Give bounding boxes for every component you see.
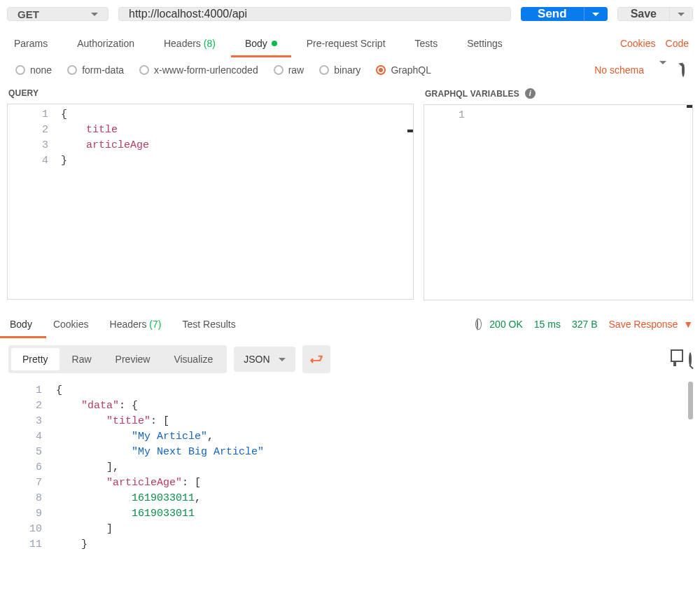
- radio-icon: [376, 65, 386, 75]
- chevron-down-icon: [91, 13, 98, 16]
- body-type-label: raw: [288, 64, 304, 76]
- headers-count: (8): [204, 38, 216, 49]
- save-response-button[interactable]: Save Response ▼: [609, 319, 693, 330]
- copy-icon: [673, 352, 676, 366]
- body-type-formdata[interactable]: form-data: [67, 64, 124, 76]
- save-response-label: Save Response: [609, 319, 678, 330]
- query-gutter: 1234: [8, 104, 55, 299]
- variables-editor[interactable]: 1: [424, 104, 693, 300]
- view-raw[interactable]: Raw: [61, 348, 103, 370]
- body-type-graphql[interactable]: GraphQL: [376, 64, 431, 76]
- response-editor[interactable]: 1234567891011 { "data": { "title": [ "My…: [0, 379, 700, 558]
- tab-body[interactable]: Body: [242, 31, 280, 56]
- response-tab-headers[interactable]: Headers (7): [107, 312, 164, 337]
- vars-gutter: 1: [424, 105, 472, 300]
- network-icon-button[interactable]: [477, 319, 478, 330]
- search-response-button[interactable]: [689, 354, 692, 365]
- refresh-schema-button[interactable]: [682, 64, 685, 76]
- vars-code: [472, 105, 692, 300]
- body-type-label: binary: [334, 64, 360, 76]
- refresh-icon: [682, 63, 685, 77]
- scrollbar-thumb[interactable]: [688, 382, 693, 419]
- resp-headers-count: (7): [149, 319, 161, 330]
- cookies-link[interactable]: Cookies: [620, 38, 656, 49]
- format-select[interactable]: JSON: [234, 347, 295, 372]
- tab-headers[interactable]: Headers (8): [161, 31, 218, 56]
- search-icon: [689, 352, 692, 366]
- query-panel-title: QUERY: [7, 85, 414, 104]
- status-code: 200 OK: [489, 319, 522, 330]
- tab-params[interactable]: Params: [11, 31, 50, 56]
- schema-status[interactable]: No schema: [594, 64, 644, 76]
- body-type-label: x-www-form-urlencoded: [154, 64, 258, 76]
- http-method-value: GET: [18, 8, 39, 20]
- tab-headers-label: Headers: [164, 38, 201, 49]
- chevron-down-icon: [279, 358, 286, 361]
- editor-marker: [407, 130, 413, 132]
- status-time: 15 ms: [534, 319, 561, 330]
- body-type-label: GraphQL: [391, 64, 431, 76]
- body-type-label: none: [30, 64, 52, 76]
- save-button[interactable]: Save: [617, 7, 669, 21]
- tab-prerequest[interactable]: Pre-request Script: [304, 31, 388, 56]
- send-dropdown-button[interactable]: [584, 7, 608, 21]
- tab-settings[interactable]: Settings: [464, 31, 505, 56]
- body-type-raw[interactable]: raw: [274, 64, 304, 76]
- radio-icon: [15, 65, 25, 75]
- body-type-label: form-data: [82, 64, 124, 76]
- save-dropdown-button[interactable]: [669, 7, 693, 21]
- tab-authorization[interactable]: Authorization: [74, 31, 137, 56]
- query-code: { title articleAge }: [55, 104, 413, 299]
- status-size: 327 B: [572, 319, 598, 330]
- dot-indicator-icon: [272, 41, 277, 46]
- body-type-binary[interactable]: binary: [319, 64, 360, 76]
- radio-icon: [274, 65, 284, 75]
- info-icon[interactable]: i: [525, 88, 536, 99]
- send-button[interactable]: Send: [521, 7, 584, 21]
- format-label: JSON: [244, 354, 270, 365]
- resp-headers-label: Headers: [110, 319, 147, 330]
- code-link[interactable]: Code: [666, 38, 689, 49]
- response-tab-body[interactable]: Body: [7, 312, 35, 337]
- wrap-lines-button[interactable]: ⮐: [302, 345, 330, 373]
- query-editor[interactable]: 1234 { title articleAge }: [7, 104, 414, 300]
- editor-marker: [687, 105, 692, 108]
- copy-response-button[interactable]: [673, 354, 676, 365]
- http-method-select[interactable]: GET: [7, 7, 108, 21]
- schema-dropdown[interactable]: [659, 64, 666, 76]
- globe-icon: [477, 318, 478, 331]
- view-visualize[interactable]: Visualize: [162, 348, 224, 370]
- body-type-xwww[interactable]: x-www-form-urlencoded: [139, 64, 258, 76]
- url-input[interactable]: [118, 7, 511, 21]
- view-mode-group: Pretty Raw Preview Visualize: [8, 345, 227, 373]
- response-tab-testresults[interactable]: Test Results: [179, 312, 238, 337]
- chevron-down-icon: [678, 13, 685, 16]
- tab-body-label: Body: [245, 38, 267, 49]
- radio-icon: [139, 65, 149, 75]
- response-tab-cookies[interactable]: Cookies: [50, 312, 92, 337]
- view-preview[interactable]: Preview: [104, 348, 162, 370]
- radio-icon: [67, 65, 77, 75]
- radio-icon: [319, 65, 329, 75]
- response-code: { "data": { "title": [ "My Article", "My…: [49, 380, 697, 555]
- chevron-down-icon: [659, 61, 666, 76]
- wrap-icon: ⮐: [309, 352, 323, 367]
- vars-panel-title: GRAPHQL VARIABLES: [425, 89, 519, 99]
- tab-tests[interactable]: Tests: [412, 31, 441, 56]
- chevron-down-icon: [592, 13, 599, 16]
- response-gutter: 1234567891011: [0, 380, 49, 555]
- view-pretty[interactable]: Pretty: [11, 348, 59, 370]
- body-type-none[interactable]: none: [15, 64, 52, 76]
